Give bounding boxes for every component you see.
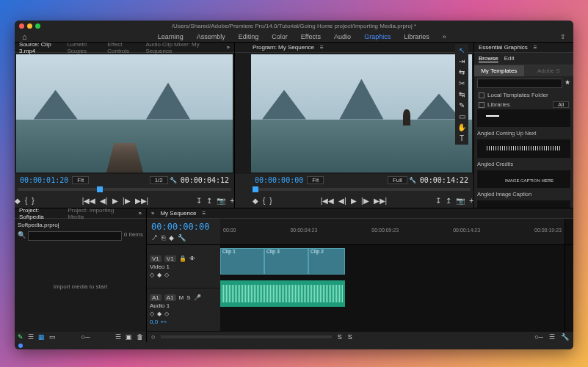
marker-tool-icon[interactable]: ◆ xyxy=(169,234,174,241)
audio-clip[interactable] xyxy=(220,280,345,307)
project-overflow-icon[interactable]: » xyxy=(139,210,142,217)
new-item-icon[interactable]: ▣ xyxy=(126,333,132,341)
export-frame-icon[interactable]: 📷 xyxy=(217,197,225,205)
template-thumb[interactable] xyxy=(477,200,570,208)
project-search-input[interactable] xyxy=(28,231,122,241)
extract-icon[interactable]: ↥ xyxy=(446,197,451,205)
settings-icon[interactable]: 🔧 xyxy=(178,234,186,241)
lock-icon[interactable]: 🔒 xyxy=(179,255,186,262)
a1-source-tag[interactable]: A1 xyxy=(150,294,161,301)
workspace-color[interactable]: Color xyxy=(272,33,288,40)
tab-program[interactable]: Program: My Sequence xyxy=(253,44,314,51)
track-header-v1[interactable]: V1 V1 🔒 👁 Video 1 ◇◆◇ xyxy=(147,245,220,288)
tab-effect-controls[interactable]: Effect Controls xyxy=(107,41,139,54)
tab-browse[interactable]: Browse xyxy=(479,55,498,62)
source-zoom-select[interactable]: 1/2 xyxy=(150,176,168,184)
lift-icon[interactable]: ↧ xyxy=(435,197,441,205)
workspace-learning[interactable]: Learning xyxy=(158,33,184,40)
mark-out-icon[interactable]: } xyxy=(32,197,34,205)
play-icon[interactable]: ▶ xyxy=(351,197,357,205)
track-header-a1[interactable]: A1 A1 M S 🎤 Audio 1 ◇◆◇ 0,0⊷ xyxy=(147,288,220,332)
mic-icon[interactable]: 🎤 xyxy=(194,294,201,301)
program-scrubber[interactable] xyxy=(235,186,473,193)
solo-label[interactable]: S xyxy=(338,333,342,341)
mark-in-icon[interactable]: { xyxy=(25,197,27,205)
new-bin-icon[interactable]: ☰ xyxy=(115,333,121,341)
wrench-icon[interactable]: 🔧 xyxy=(409,177,416,184)
keyframe-prev-icon[interactable]: ◇ xyxy=(150,310,154,317)
ripple-tool-icon[interactable]: ⇆ xyxy=(459,68,465,76)
workspace-audio[interactable]: Audio xyxy=(334,33,351,40)
audio-level[interactable]: 0,0 xyxy=(150,319,158,325)
my-templates-tab[interactable]: My Templates xyxy=(474,65,524,76)
jump-fwd-icon[interactable]: ▶▶| xyxy=(374,197,388,205)
track-canvas[interactable]: Clip 1 Clip 3 Clip 2 xyxy=(220,245,565,332)
workspace-libraries[interactable]: Libraries xyxy=(404,33,429,40)
libraries-filter[interactable]: All xyxy=(553,101,569,108)
essential-graphics-title[interactable]: Essential Graphics xyxy=(479,44,528,51)
trash-icon[interactable]: 🗑 xyxy=(137,333,143,341)
pan-knob-icon[interactable]: ⊷ xyxy=(161,319,167,325)
adobe-stock-tab[interactable]: Adobe S xyxy=(524,65,574,76)
source-tc-in[interactable]: 00:00:01:20 xyxy=(18,176,70,184)
keyframe-add-icon[interactable]: ◆ xyxy=(157,310,161,317)
tab-lumetri-scopes[interactable]: Lumetri Scopes xyxy=(67,41,101,54)
grid-view-icon[interactable]: ▦ xyxy=(38,333,45,341)
program-tc-in[interactable]: 00:00:00:00 xyxy=(253,176,305,184)
tab-audio-clip-mixer[interactable]: Audio Clip Mixer: My Sequence xyxy=(145,41,214,54)
tab-sequence[interactable]: My Sequence xyxy=(160,210,196,217)
step-back-icon[interactable]: ◀| xyxy=(338,197,346,205)
linked-sel-icon[interactable]: ⎘ xyxy=(161,234,165,241)
jump-fwd-icon[interactable]: ▶▶| xyxy=(135,197,149,205)
tab-project-softpedia[interactable]: Project: Softpedia xyxy=(19,207,62,220)
program-zoom-select[interactable]: Full xyxy=(388,176,407,184)
tl-settings-icon[interactable]: 🔧 xyxy=(561,333,569,341)
source-scrubber[interactable] xyxy=(15,186,234,193)
workspace-assembly[interactable]: Assembly xyxy=(197,33,225,40)
workspace-graphics[interactable]: Graphics xyxy=(364,33,391,40)
v1-target-tag[interactable]: V1 xyxy=(164,255,176,262)
solo-icon[interactable]: S xyxy=(186,294,190,301)
keyframe-add-icon[interactable]: ◆ xyxy=(157,272,161,278)
workspace-effects[interactable]: Effects xyxy=(301,33,321,40)
type-tool-icon[interactable]: T xyxy=(460,134,464,142)
hzoom-out-icon[interactable]: ○─ xyxy=(534,333,543,341)
overwrite-icon[interactable]: ↥ xyxy=(206,197,212,205)
template-thumb[interactable]: IMAGE CAPTION HERE xyxy=(477,170,570,188)
slip-tool-icon[interactable]: ↹ xyxy=(459,90,465,98)
timeline-overflow-icon[interactable]: » xyxy=(151,210,154,217)
source-fit-select[interactable]: Fit xyxy=(72,176,89,184)
keyframe-next-icon[interactable]: ◇ xyxy=(164,272,169,278)
home-icon[interactable]: ⌂ xyxy=(22,32,27,41)
timeline-playhead-tc[interactable]: 00:00:00:00 xyxy=(151,222,216,232)
workspace-overflow-icon[interactable]: » xyxy=(443,33,446,40)
rect-tool-icon[interactable]: ▭ xyxy=(459,112,465,120)
timeline-ruler[interactable]: 00:00 00:00:04:23 00:00:09:23 00:00:14:2… xyxy=(220,219,565,244)
track-options-icon[interactable]: ☰ xyxy=(549,333,555,341)
program-fit-select[interactable]: Fit xyxy=(307,176,324,184)
timeline-zoom-slider[interactable] xyxy=(161,335,331,338)
marker-icon[interactable]: ◆ xyxy=(15,197,21,205)
eye-icon[interactable]: 👁 xyxy=(189,255,195,262)
wrench-icon[interactable]: 🔧 xyxy=(170,177,177,184)
share-icon[interactable]: ⇪ xyxy=(560,33,566,40)
program-menu-icon[interactable]: ≡ xyxy=(320,44,324,51)
source-monitor[interactable] xyxy=(16,54,233,172)
step-back-icon[interactable]: ◀| xyxy=(100,197,108,205)
tab-edit[interactable]: Edit xyxy=(504,55,515,62)
panel-menu-icon[interactable]: ≡ xyxy=(202,210,206,217)
tab-project-importing[interactable]: Project: Importing Media xyxy=(68,207,126,220)
list-view-icon[interactable]: ☰ xyxy=(28,333,34,341)
template-search-input[interactable] xyxy=(477,79,562,88)
template-thumb[interactable] xyxy=(477,139,570,157)
v1-source-tag[interactable]: V1 xyxy=(150,255,161,262)
mark-out-icon[interactable]: } xyxy=(269,197,272,205)
libraries-checkbox[interactable]: Libraries All xyxy=(474,100,573,109)
pen-tool-icon[interactable]: ✎ xyxy=(459,101,465,109)
mute-icon[interactable]: M xyxy=(179,294,184,301)
freeform-view-icon[interactable]: ▭ xyxy=(49,333,56,341)
track-select-tool-icon[interactable]: ⇥ xyxy=(459,57,465,65)
pen-icon[interactable]: ✎ xyxy=(18,333,23,341)
solo-label[interactable]: S xyxy=(348,333,352,341)
add-button-icon[interactable]: + xyxy=(230,197,234,205)
